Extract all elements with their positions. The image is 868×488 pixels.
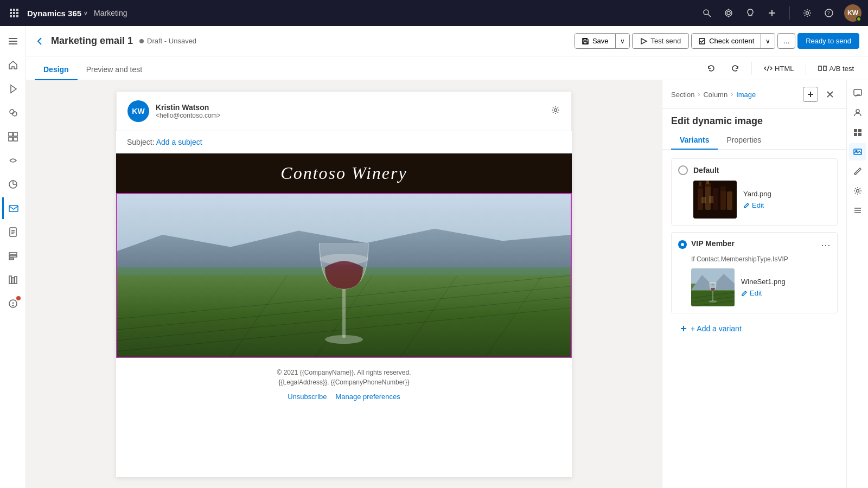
variant-vip-more-button[interactable]: ⋯ (821, 239, 831, 251)
waffle-menu[interactable] (7, 5, 22, 21)
breadcrumb-sep-2: › (731, 91, 733, 98)
footer-address: {{LegalAddress}}, {{CompanyPhoneNumber}} (127, 378, 561, 386)
wine-image (117, 194, 571, 357)
svg-line-10 (708, 14, 711, 17)
settings-icon[interactable] (801, 7, 814, 20)
sidebar-item-segments[interactable] (2, 102, 24, 124)
sidebar-item-forms[interactable] (2, 245, 24, 267)
sidebar-item-home[interactable] (2, 54, 24, 76)
sidebar-item-journeys[interactable] (2, 150, 24, 171)
svg-rect-47 (584, 38, 586, 40)
svg-rect-5 (16, 12, 18, 14)
add-variant-button[interactable]: + Add a variant (671, 320, 838, 337)
sidebar-item-go-live[interactable] (2, 78, 24, 100)
rail-image-panel-icon[interactable] (849, 143, 866, 160)
wine-image-container[interactable] (116, 193, 572, 358)
svg-rect-23 (9, 43, 17, 44)
canvas-wrapper: KW Kristin Watson <hello@contoso.com> Su… (26, 80, 662, 488)
sidebar-item-emails[interactable] (2, 197, 24, 219)
svg-rect-29 (9, 137, 12, 141)
sidebar-item-pages[interactable] (2, 221, 24, 243)
main-layout: Marketing email 1 Draft - Unsaved Save ∨… (0, 26, 868, 488)
sidebar-item-dashboard[interactable] (2, 126, 24, 147)
ready-to-send-button[interactable]: Ready to send (797, 33, 859, 49)
tab-preview[interactable]: Preview and test (78, 60, 151, 80)
save-split-button[interactable]: ∨ (615, 34, 629, 48)
tab-design[interactable]: Design (35, 60, 78, 80)
svg-rect-1 (13, 9, 15, 11)
search-icon[interactable] (700, 7, 713, 20)
breadcrumb-column[interactable]: Column (703, 91, 727, 99)
svg-point-95 (856, 110, 859, 113)
back-button[interactable] (35, 36, 44, 46)
variant-default-radio[interactable] (678, 165, 688, 175)
sidebar-toggle[interactable] (2, 30, 24, 52)
sidebar-item-library[interactable] (2, 269, 24, 291)
email-sender-info: Kristin Watson <hello@contoso.com> (156, 103, 544, 119)
rail-list-icon[interactable] (849, 202, 866, 219)
winery-title: Contoso Winery (126, 163, 562, 183)
svg-point-53 (554, 109, 557, 112)
ab-test-button[interactable]: A/B test (813, 61, 859, 75)
sender-email: <hello@contoso.com> (156, 112, 544, 119)
email-subject: Subject: Add a subject (116, 131, 572, 153)
breadcrumb-image: Image (736, 91, 756, 99)
check-content-button-group: Check content ∨ (691, 33, 775, 49)
svg-rect-97 (858, 129, 861, 132)
svg-rect-21 (9, 38, 17, 39)
test-send-button[interactable]: Test send (632, 33, 690, 49)
toolbar-divider (751, 62, 752, 75)
svg-rect-78 (720, 189, 726, 210)
bulb-icon[interactable] (744, 7, 757, 20)
topbar: Dynamics 365 ∨ Marketing ? KW (0, 0, 868, 26)
svg-rect-28 (14, 132, 17, 136)
variant-vip-radio[interactable] (678, 240, 687, 249)
svg-rect-38 (9, 255, 17, 257)
svg-marker-48 (641, 38, 647, 44)
more-options-button[interactable]: ... (777, 33, 795, 49)
svg-point-91 (709, 300, 717, 303)
redo-button[interactable] (725, 61, 745, 75)
svg-rect-37 (9, 253, 17, 254)
svg-line-50 (767, 66, 769, 71)
email-settings-icon[interactable] (551, 105, 560, 117)
rail-settings-icon[interactable] (849, 182, 866, 200)
sidebar-item-extra[interactable] (2, 293, 24, 314)
svg-rect-32 (9, 206, 18, 211)
variant-vip-file-info: WineSet1.png Edit (741, 278, 831, 297)
variant-vip-edit-button[interactable]: Edit (741, 289, 762, 297)
variant-default-edit-button[interactable]: Edit (743, 201, 764, 209)
html-button[interactable]: HTML (758, 61, 799, 75)
panel-tab-properties[interactable]: Properties (718, 131, 770, 150)
svg-rect-81 (701, 197, 706, 203)
rail-elements-icon[interactable] (849, 124, 866, 141)
rail-brush-icon[interactable] (849, 163, 866, 180)
breadcrumb-section[interactable]: Section (671, 91, 694, 99)
svg-rect-72 (699, 182, 701, 186)
panel-close-button[interactable] (822, 87, 838, 102)
variant-vip-label: VIP Member (691, 239, 821, 248)
manage-preferences-link[interactable]: Manage preferences (336, 393, 400, 401)
app-title[interactable]: Dynamics 365 ∨ (27, 9, 87, 18)
panel-add-button[interactable] (803, 87, 818, 102)
svg-rect-40 (9, 276, 11, 284)
save-main-button[interactable]: Save (575, 34, 615, 48)
rail-personalize-icon[interactable] (849, 104, 866, 121)
user-avatar[interactable]: KW (844, 4, 861, 22)
target-icon[interactable] (722, 7, 735, 20)
add-subject-link[interactable]: Add a subject (156, 138, 202, 146)
add-icon[interactable] (765, 7, 778, 20)
svg-point-64 (325, 335, 363, 344)
rail-chat-icon[interactable] (849, 85, 866, 102)
svg-rect-39 (9, 258, 14, 260)
help-icon[interactable]: ? (822, 7, 835, 20)
unsubscribe-link[interactable]: Unsubscribe (288, 393, 327, 401)
undo-button[interactable] (701, 61, 721, 75)
check-content-main-button[interactable]: Check content (692, 34, 761, 48)
sidebar-item-analytics[interactable] (2, 174, 24, 195)
svg-rect-2 (16, 9, 18, 11)
check-content-split-button[interactable]: ∨ (761, 34, 775, 48)
panel-tabs: Variants Properties (662, 127, 846, 150)
svg-rect-52 (824, 66, 826, 70)
panel-tab-variants[interactable]: Variants (671, 131, 718, 150)
